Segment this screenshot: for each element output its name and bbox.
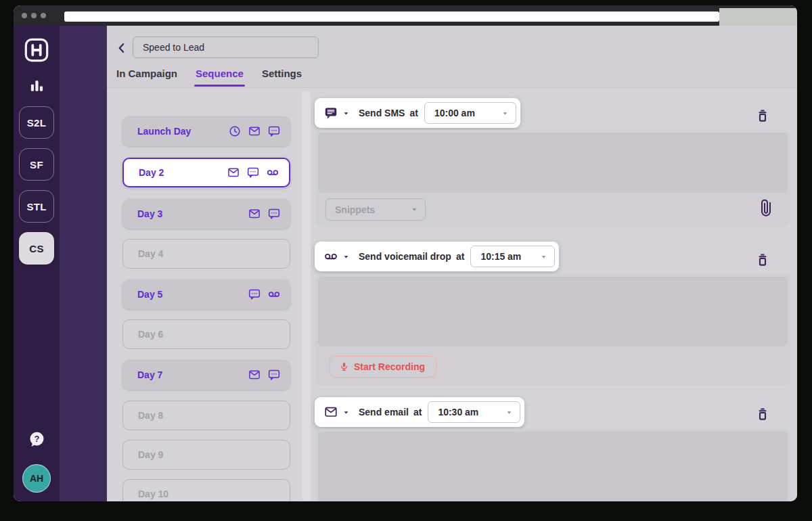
primary-sidebar: S2L SF STL CS ? AH: [14, 26, 60, 501]
main-content: In Campaign Sequence Settings Launch Day…: [107, 26, 797, 501]
snippets-dropdown[interactable]: Snippets: [325, 198, 426, 221]
day-item-day-2[interactable]: Day 2: [122, 158, 290, 187]
trash-icon: [754, 108, 771, 124]
day-item-launch-day[interactable]: Launch Day: [122, 116, 290, 146]
time-value: 10:00 am: [434, 108, 501, 118]
trash-icon: [754, 252, 771, 268]
day-label: Day 6: [138, 329, 280, 340]
browser-window: S2L SF STL CS ? AH In Campaign: [14, 5, 797, 501]
clock-icon: [228, 124, 242, 138]
workspace-badge-sf[interactable]: SF: [19, 148, 54, 181]
workspace-badge-stl[interactable]: STL: [19, 190, 54, 223]
voicemail-icon: [266, 166, 279, 179]
day-label: Day 10: [138, 489, 280, 499]
voicemail-card-footer: Start Recording: [315, 346, 790, 386]
campaign-name-input[interactable]: [133, 37, 319, 58]
browser-chrome: [14, 5, 797, 26]
day-item-day-9[interactable]: Day 9: [122, 440, 290, 470]
sms-time-select[interactable]: 10:00 am: [424, 102, 516, 124]
day-label: Launch Day: [137, 126, 228, 137]
voicemail-type-dropdown[interactable]: [323, 249, 350, 264]
trash-icon: [754, 406, 771, 422]
workspace-badge-s2l[interactable]: S2L: [19, 106, 54, 139]
day-item-day-8[interactable]: Day 8: [122, 401, 290, 430]
back-button[interactable]: [115, 41, 129, 55]
badge-label: STL: [26, 201, 46, 212]
delete-voicemail-step-button[interactable]: [754, 252, 771, 268]
email-step-card: [315, 429, 790, 501]
tab-settings[interactable]: Settings: [262, 68, 302, 87]
window-controls: [22, 13, 46, 18]
chat-icon: [267, 207, 281, 221]
app-logo[interactable]: [24, 37, 49, 63]
microphone-icon: [338, 361, 350, 373]
sms-card-footer: Snippets: [315, 193, 790, 227]
step-voicemail-header: Send voicemail drop at 10:15 am: [315, 242, 559, 271]
help-button[interactable]: ?: [28, 430, 46, 449]
time-value: 10:15 am: [480, 251, 540, 262]
voicemail-step-card: Start Recording: [315, 274, 790, 386]
sms-icon: [323, 106, 338, 120]
user-avatar[interactable]: AH: [22, 464, 51, 493]
sms-step-card: Snippets: [315, 130, 790, 227]
day-item-day-6[interactable]: Day 6: [122, 319, 290, 349]
email-type-dropdown[interactable]: [323, 405, 350, 420]
delete-email-step-button[interactable]: [754, 406, 771, 422]
chevron-down-icon: [411, 206, 418, 213]
chat-icon: [267, 124, 281, 138]
chat-icon: [246, 166, 260, 179]
step-label: Send email: [359, 407, 409, 417]
chevron-down-icon: [505, 409, 513, 416]
time-value: 10:30 am: [438, 407, 505, 417]
secondary-sidebar: [60, 26, 107, 501]
start-recording-label: Start Recording: [354, 361, 425, 372]
voicemail-body[interactable]: [318, 277, 788, 346]
sms-type-dropdown[interactable]: [323, 106, 350, 120]
step-email-header: Send email at 10:30 am: [315, 397, 524, 427]
day-item-day-3[interactable]: Day 3: [122, 199, 290, 229]
mail-icon: [227, 166, 240, 179]
avatar-initials: AH: [30, 473, 43, 484]
day-item-day-4[interactable]: Day 4: [122, 239, 290, 269]
step-sms-header: Send SMS at 10:00 am: [315, 98, 520, 128]
question-mark-icon: ?: [35, 434, 40, 444]
voicemail-time-select[interactable]: 10:15 am: [470, 246, 555, 267]
chevron-down-icon: [342, 110, 350, 117]
start-recording-button[interactable]: Start Recording: [330, 356, 436, 378]
workspace-badge-cs[interactable]: CS: [19, 232, 54, 265]
delete-sms-step-button[interactable]: [754, 108, 771, 124]
attachment-button[interactable]: [754, 196, 777, 219]
mail-icon: [248, 368, 261, 382]
voicemail-icon: [323, 249, 338, 264]
tab-sequence[interactable]: Sequence: [196, 68, 244, 87]
mail-icon: [323, 405, 338, 420]
snippets-label: Snippets: [335, 204, 411, 215]
chevron-down-icon: [540, 253, 547, 260]
at-label: at: [413, 407, 422, 417]
analytics-icon[interactable]: [27, 76, 46, 95]
day-label: Day 5: [137, 289, 248, 300]
step-label: Send SMS: [359, 108, 405, 118]
voicemail-icon: [267, 288, 281, 301]
chevron-down-icon: [342, 409, 350, 416]
day-list-scrollbar[interactable]: [302, 91, 311, 501]
day-item-day-10[interactable]: Day 10: [122, 479, 290, 501]
day-item-day-7[interactable]: Day 7: [122, 360, 290, 390]
sms-message-textarea[interactable]: [318, 133, 788, 193]
chevron-down-icon: [501, 110, 509, 117]
campaign-header: In Campaign Sequence Settings: [107, 26, 797, 88]
at-label: at: [456, 251, 464, 262]
chevron-left-icon: [115, 41, 129, 55]
mail-icon: [248, 124, 261, 138]
at-label: at: [409, 108, 418, 118]
tab-in-campaign[interactable]: In Campaign: [116, 68, 177, 87]
chrome-right-panel: [719, 8, 797, 26]
day-item-day-5[interactable]: Day 5: [122, 279, 290, 309]
badge-label: CS: [29, 243, 43, 254]
browser-url-bar[interactable]: [64, 12, 719, 22]
email-time-select[interactable]: 10:30 am: [428, 401, 520, 423]
chat-icon: [248, 288, 261, 301]
email-body-textarea[interactable]: [318, 432, 788, 501]
day-label: Day 7: [137, 369, 248, 380]
chat-icon: [267, 368, 281, 382]
